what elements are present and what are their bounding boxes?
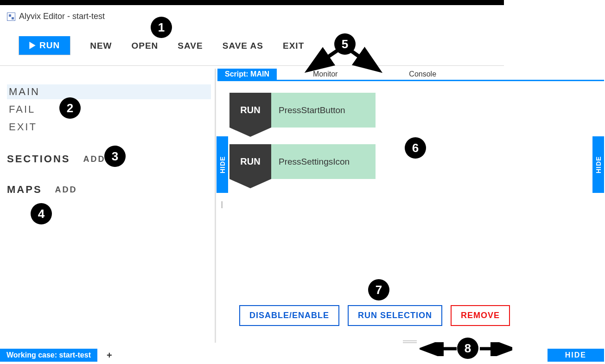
sections-heading: SECTIONS [7,153,70,165]
add-case-button[interactable]: + [107,350,112,361]
step-name: PressSettingsIcon [271,144,376,179]
tab-console[interactable]: Console [401,69,444,80]
script-step[interactable]: RUN PressSettingsIcon [229,144,376,179]
save-as-button[interactable]: SAVE AS [223,41,263,51]
script-actions: DISABLE/ENABLE RUN SELECTION REMOVE [239,305,510,326]
sidebar-script-exit[interactable]: EXIT [7,120,211,134]
hide-right-panel-button[interactable]: HIDE [592,136,604,193]
run-button[interactable]: RUN [19,36,70,55]
save-button[interactable]: SAVE [178,41,203,51]
run-button-label: RUN [39,40,60,51]
svg-marker-0 [29,42,35,49]
callout-8: 8 [457,338,478,359]
callout-7: 7 [368,279,389,300]
vertical-divider[interactable] [215,69,216,343]
working-case-tab[interactable]: Working case: start-test [0,349,97,362]
sections-add-button[interactable]: ADD [83,154,105,164]
toolbar-divider [0,65,504,66]
hide-left-panel-button[interactable]: HIDE [217,136,228,193]
play-icon [29,42,36,49]
script-step[interactable]: RUN PressStartButton [229,93,376,128]
new-button[interactable]: NEW [90,41,112,51]
script-sidebar: MAIN FAIL EXIT SECTIONS ADD MAPS ADD [7,84,211,196]
open-button[interactable]: OPEN [132,41,159,51]
maps-heading: MAPS [7,184,42,196]
hide-bottom-panel-button[interactable]: HIDE [548,349,604,362]
callout-4: 4 [31,203,52,224]
callout-6: 6 [405,137,426,159]
callout-8-arrows [420,342,512,356]
tab-monitor[interactable]: Monitor [306,69,345,80]
remove-button[interactable]: REMOVE [451,305,510,326]
disable-enable-button[interactable]: DISABLE/ENABLE [239,305,339,326]
step-name: PressStartButton [271,93,376,128]
step-tag: RUN [229,93,271,128]
sidebar-script-fail[interactable]: FAIL [7,102,211,117]
horizontal-resize-grip[interactable] [403,340,417,343]
insert-marker: || [221,200,222,209]
run-selection-button[interactable]: RUN SELECTION [348,305,442,326]
script-canvas: RUN PressStartButton RUN PressSettingsIc… [229,93,376,196]
app-icon [7,13,15,21]
tab-script[interactable]: Script: MAIN [217,69,277,80]
window-title: Alyvix Editor - start-test [19,12,105,21]
exit-button[interactable]: EXIT [283,41,304,51]
decorative-top-bar [0,0,504,5]
maps-add-button[interactable]: ADD [55,185,77,195]
callout-1: 1 [151,17,172,38]
callout-5: 5 [334,33,356,55]
step-tag: RUN [229,144,271,179]
sidebar-script-main[interactable]: MAIN [7,84,211,99]
panel-tabs: Script: MAIN Monitor Console [217,69,604,81]
main-toolbar: RUN NEW OPEN SAVE SAVE AS EXIT [19,36,304,55]
